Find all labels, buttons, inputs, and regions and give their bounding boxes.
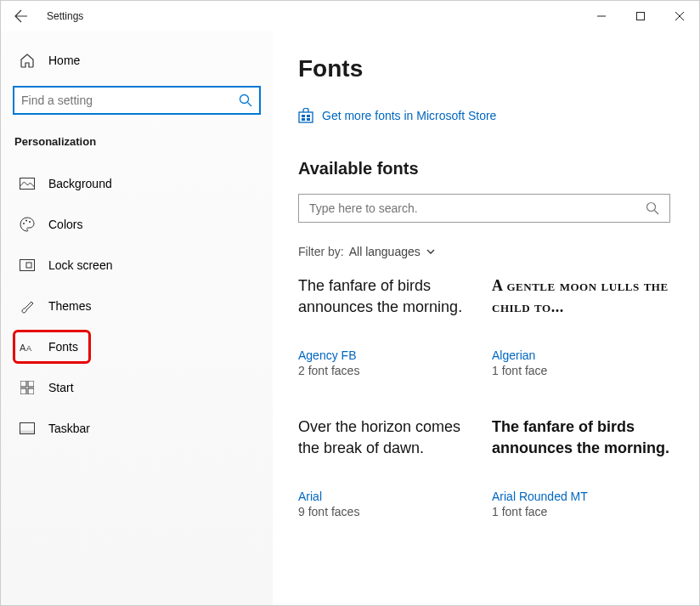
start-icon (20, 381, 35, 394)
store-icon (298, 108, 313, 123)
font-name: Agency FB (298, 348, 477, 362)
back-button[interactable] (1, 9, 42, 23)
svg-rect-15 (20, 431, 35, 434)
font-grid: The fanfare of birds announces the morni… (298, 275, 670, 518)
sidebar-item-lockscreen[interactable]: Lock screen (13, 248, 261, 282)
window-controls (582, 3, 699, 30)
taskbar-icon (20, 422, 35, 434)
font-name: Arial Rounded MT (492, 490, 670, 503)
svg-point-21 (647, 203, 656, 212)
font-sample: Over the horizon comes the break of dawn… (298, 416, 477, 484)
nav-label: Start (48, 381, 74, 394)
maximize-button[interactable] (621, 3, 660, 30)
store-link-label: Get more fonts in Microsoft Store (322, 109, 496, 122)
svg-rect-20 (307, 118, 310, 121)
nav-label: Themes (48, 299, 92, 313)
svg-point-3 (23, 223, 25, 224)
font-card-algerian[interactable]: A gentle moon lulls the child to... Alge… (492, 275, 670, 377)
arrow-left-icon (14, 9, 28, 23)
svg-rect-16 (299, 112, 313, 122)
font-search[interactable] (298, 194, 670, 223)
nav-label: Taskbar (48, 422, 90, 435)
font-search-input[interactable] (309, 201, 646, 215)
filter-value: All languages (349, 245, 421, 258)
font-sample: A gentle moon lulls the child to... (492, 275, 670, 343)
section-header: Personalization (13, 135, 261, 148)
nav-label: Background (48, 177, 112, 190)
close-button[interactable] (660, 3, 699, 30)
home-label: Home (48, 54, 80, 67)
titlebar: Settings (1, 1, 699, 31)
svg-rect-18 (307, 115, 310, 117)
maximize-icon (636, 12, 645, 20)
nav-list: Background Colors Lock screen Themes AA … (13, 167, 261, 445)
chevron-down-icon (426, 246, 436, 257)
available-fonts-header: Available fonts (298, 159, 670, 178)
svg-rect-12 (20, 388, 26, 394)
svg-text:A: A (26, 344, 31, 353)
store-link[interactable]: Get more fonts in Microsoft Store (298, 108, 670, 123)
palette-icon (20, 217, 35, 232)
svg-point-1 (240, 95, 249, 104)
font-faces: 1 font face (492, 505, 670, 518)
sidebar-item-fonts[interactable]: AA Fonts (13, 330, 91, 364)
font-icon: AA (20, 341, 35, 353)
sidebar-item-background[interactable]: Background (13, 167, 261, 201)
settings-search-input[interactable] (21, 93, 239, 107)
font-name: Arial (298, 490, 477, 503)
font-card-arial-rounded[interactable]: The fanfare of birds announces the morni… (492, 416, 670, 518)
nav-label: Lock screen (48, 258, 112, 272)
main-content: Fonts Get more fonts in Microsoft Store … (273, 31, 699, 605)
font-faces: 2 font faces (298, 364, 477, 377)
picture-icon (20, 178, 35, 190)
svg-rect-0 (637, 13, 645, 20)
font-sample: The fanfare of birds announces the morni… (492, 416, 670, 484)
sidebar-item-start[interactable]: Start (13, 371, 261, 405)
svg-rect-19 (302, 118, 305, 121)
search-icon (646, 201, 659, 215)
nav-label: Fonts (48, 340, 78, 354)
settings-search[interactable] (13, 86, 261, 115)
font-card-arial[interactable]: Over the horizon comes the break of dawn… (298, 416, 477, 518)
svg-point-4 (25, 220, 27, 222)
filter-by[interactable]: Filter by: All languages (298, 245, 670, 258)
svg-rect-11 (28, 381, 34, 387)
home-nav[interactable]: Home (13, 43, 261, 77)
svg-rect-6 (20, 260, 35, 271)
brush-icon (20, 298, 35, 314)
svg-rect-17 (302, 115, 305, 117)
sidebar: Home Personalization Background Colors L… (1, 31, 273, 605)
filter-label: Filter by: (298, 245, 344, 258)
svg-text:A: A (20, 343, 26, 353)
sidebar-item-colors[interactable]: Colors (13, 207, 261, 241)
lock-screen-icon (20, 259, 35, 271)
font-name: Algerian (492, 348, 670, 362)
search-icon (239, 93, 252, 107)
home-icon (20, 53, 35, 68)
sidebar-item-themes[interactable]: Themes (13, 289, 261, 323)
svg-rect-13 (28, 388, 34, 394)
sidebar-item-taskbar[interactable]: Taskbar (13, 411, 261, 445)
page-title: Fonts (298, 55, 670, 82)
minimize-button[interactable] (582, 3, 621, 30)
window-title: Settings (47, 10, 83, 22)
font-faces: 9 font faces (298, 505, 477, 518)
nav-label: Colors (48, 218, 82, 231)
svg-point-5 (29, 221, 31, 223)
svg-rect-7 (26, 263, 31, 268)
svg-rect-10 (20, 381, 26, 387)
close-icon (675, 12, 684, 20)
minimize-icon (597, 12, 606, 20)
font-sample: The fanfare of birds announces the morni… (298, 275, 477, 343)
font-card-agency-fb[interactable]: The fanfare of birds announces the morni… (298, 275, 477, 377)
font-faces: 1 font face (492, 364, 670, 377)
